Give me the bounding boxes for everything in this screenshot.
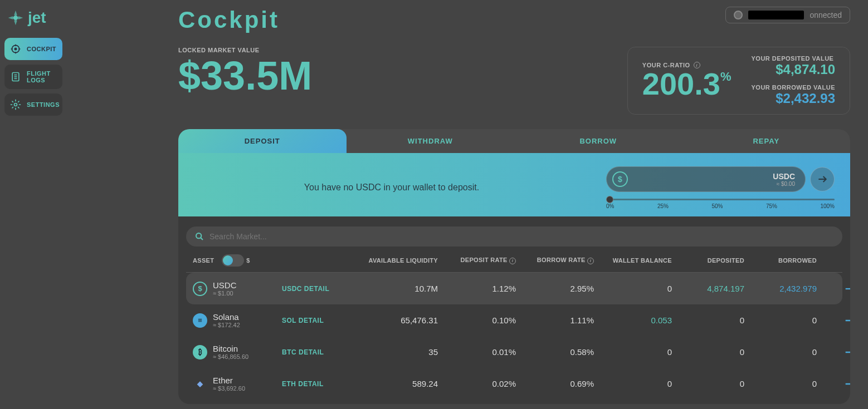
action-tabs: DEPOSIT WITHDRAW BORROW REPAY [178, 129, 850, 153]
col-wallet: WALLET BALANCE [594, 257, 672, 264]
amount-input[interactable]: $ USDC ≈ $0.00 [606, 166, 806, 192]
asset-icon: ◆ [193, 377, 207, 391]
clipboard-icon [10, 71, 21, 82]
nav-settings[interactable]: SETTINGS [4, 93, 62, 116]
col-deposited: DEPOSITED [672, 257, 744, 264]
stats-row: LOCKED MARKET VALUE $33.5M YOUR C-RATIOi… [178, 47, 850, 115]
liquidity-value: 589.24 [360, 379, 438, 388]
detail-link[interactable]: ETH DETAIL [282, 380, 360, 388]
arrow-right-icon [843, 314, 850, 327]
stat-value: $33.5M [178, 56, 312, 96]
crosshair-icon [10, 43, 21, 55]
borrowed-value: 2,432.979 [744, 284, 817, 293]
user-stats-card: YOUR C-RATIOi 200.3% YOUR DEPOSITED VALU… [627, 47, 850, 115]
percent-slider[interactable]: 0% 25% 50% 75% 100% [606, 195, 835, 209]
deposit-rate-value: 0.10% [438, 316, 516, 325]
asset-price: ≈ $46,865.60 [213, 353, 248, 360]
wallet-value: 0 [594, 379, 672, 388]
table-row[interactable]: ◆Ether≈ $3,692.60ETH DETAIL589.240.02%0.… [186, 368, 842, 400]
main-content: Cockpit onnected LOCKED MARKET VALUE $33… [67, 0, 868, 409]
asset-cell: ◆Ether≈ $3,692.60 [193, 376, 282, 392]
asset-cell: $USDC≈ $1.00 [193, 280, 282, 297]
tab-withdraw[interactable]: WITHDRAW [347, 129, 515, 153]
search-input[interactable] [209, 232, 833, 241]
input-approx: ≈ $0.00 [773, 181, 795, 187]
deposited-value: 0 [672, 379, 744, 388]
row-action[interactable] [817, 314, 850, 327]
arrow-right-icon [843, 378, 850, 390]
stat-label: YOUR BORROWED VALUE [752, 84, 835, 91]
search-bar [186, 226, 842, 247]
asset-name: Solana [213, 312, 240, 322]
nav-cockpit[interactable]: COCKPIT [4, 38, 62, 60]
table-row[interactable]: $USDC≈ $1.00USDC DETAIL10.7M1.12%2.95%04… [186, 273, 842, 304]
wallet-status-icon [734, 11, 743, 19]
stat-value: $4,874.10 [752, 62, 835, 77]
deposited-value: 0 [672, 316, 744, 325]
locked-market-value: LOCKED MARKET VALUE $33.5M [178, 47, 312, 115]
asset-price: ≈ $1.00 [213, 290, 237, 297]
borrow-rate-value: 0.58% [516, 347, 594, 357]
borrow-rate-value: 0.69% [516, 379, 594, 388]
wallet-address-redacted [748, 11, 804, 19]
tab-repay[interactable]: REPAY [682, 129, 851, 153]
svg-point-2 [14, 48, 16, 50]
detail-link[interactable]: USDC DETAIL [282, 285, 360, 293]
info-icon[interactable]: i [509, 258, 516, 264]
detail-link[interactable]: BTC DETAIL [282, 348, 360, 356]
deposit-rate-value: 0.01% [438, 347, 516, 357]
borrowed-value: YOUR BORROWED VALUE $2,432.93 [752, 84, 835, 106]
stat-label: YOUR DEPOSITED VALUE [752, 55, 835, 62]
logo-text: jet [28, 9, 46, 27]
deposited-value: 4,874.197 [672, 284, 744, 293]
deposit-controls: $ USDC ≈ $0.00 0% 25% [606, 166, 835, 209]
svg-point-13 [196, 233, 201, 238]
row-action[interactable] [817, 378, 850, 390]
deposit-panel: You have no USDC in your wallet to depos… [178, 153, 850, 216]
detail-link[interactable]: SOL DETAIL [282, 317, 360, 324]
col-borrowed: BORROWED [744, 257, 817, 264]
slider-thumb[interactable] [606, 196, 613, 203]
wallet-value: 0 [594, 284, 672, 293]
wallet-status-text: onnected [810, 11, 842, 19]
borrowed-value: 0 [744, 347, 817, 357]
submit-button[interactable] [810, 167, 835, 191]
arrow-right-icon [843, 346, 850, 358]
asset-name: Bitcoin [213, 344, 248, 353]
action-card: DEPOSIT WITHDRAW BORROW REPAY You have n… [178, 129, 850, 404]
wallet-value: 0.053 [594, 316, 672, 325]
stat-value: $2,432.93 [752, 91, 835, 106]
row-action[interactable] [817, 346, 850, 358]
borrowed-value: 0 [744, 379, 817, 388]
search-icon [195, 232, 204, 241]
tab-borrow[interactable]: BORROW [514, 129, 682, 153]
liquidity-value: 10.7M [360, 284, 438, 293]
wallet-status-chip[interactable]: onnected [725, 7, 850, 23]
row-action[interactable] [817, 283, 850, 295]
asset-icon: ₿ [193, 345, 207, 359]
deposited-value: YOUR DEPOSITED VALUE $4,874.10 [752, 55, 835, 77]
asset-price: ≈ $3,692.60 [213, 385, 245, 392]
header: Cockpit onnected [178, 7, 850, 33]
arrow-right-icon [817, 174, 828, 185]
side-stats: YOUR DEPOSITED VALUE $4,874.10 YOUR BORR… [752, 55, 835, 106]
deposit-message: You have no USDC in your wallet to depos… [194, 183, 589, 193]
asset-icon: $ [193, 282, 207, 296]
liquidity-value: 65,476.31 [360, 316, 438, 325]
col-borrow-rate: BORROW RATE i [516, 257, 594, 264]
svg-line-14 [201, 238, 203, 240]
liquidity-value: 35 [360, 347, 438, 357]
info-icon[interactable]: i [587, 258, 594, 264]
borrow-rate-value: 2.95% [516, 284, 594, 293]
col-liquidity: AVAILABLE LIQUIDITY [360, 257, 438, 264]
table-row[interactable]: ₿Bitcoin≈ $46,865.60BTC DETAIL350.01%0.5… [186, 336, 842, 368]
currency-toggle[interactable] [222, 254, 244, 267]
table-row[interactable]: ≡Solana≈ $172.42SOL DETAIL65,476.310.10%… [186, 304, 842, 336]
stat-label: LOCKED MARKET VALUE [178, 47, 312, 53]
nav-flight-logs[interactable]: FLIGHT LOGS [4, 65, 62, 89]
usdc-icon: $ [612, 171, 628, 187]
asset-cell: ₿Bitcoin≈ $46,865.60 [193, 344, 282, 360]
stat-value: 200.3% [642, 68, 732, 100]
page-title: Cockpit [178, 7, 280, 33]
tab-deposit[interactable]: DEPOSIT [178, 129, 347, 153]
